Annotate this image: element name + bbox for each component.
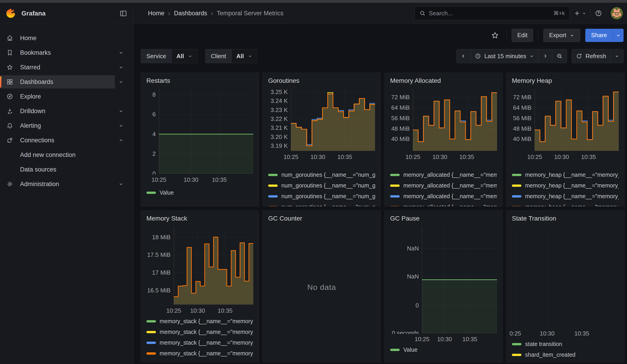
- breadcrumb-dashboards[interactable]: Dashboards: [174, 10, 207, 17]
- legend-item[interactable]: num_goroutines {__name__="num_go: [268, 202, 375, 207]
- legend-item[interactable]: memory_stack {__name__="memory_s: [146, 316, 253, 327]
- user-avatar[interactable]: [611, 7, 623, 19]
- sidebar-item-drilldown[interactable]: Drilldown: [0, 104, 115, 118]
- panel-title[interactable]: GC Pause: [390, 215, 497, 222]
- x-tick-label: 10:30: [554, 154, 569, 160]
- legend-item[interactable]: num_goroutines {__name__="num_go: [268, 180, 375, 191]
- sidebar-item-home[interactable]: Home: [0, 31, 115, 45]
- sidebar-item-add-new-connection[interactable]: Add new connection: [0, 148, 115, 161]
- collapse-sidebar-icon[interactable]: [119, 9, 127, 17]
- y-tick-label: 3.20 K: [271, 133, 288, 140]
- legend-item[interactable]: memory_allocated {__name__="memo: [390, 191, 497, 202]
- chevron-up-icon[interactable]: [118, 137, 124, 143]
- chevron-down-icon[interactable]: [118, 50, 124, 56]
- refresh-button[interactable]: Refresh: [572, 49, 611, 63]
- chart-area[interactable]: 3.25 K3.24 K3.23 K3.22 K3.21 K3.20 K3.19…: [268, 88, 375, 152]
- chevron-down-icon[interactable]: [118, 123, 124, 129]
- no-data-message: No data: [268, 226, 375, 349]
- legend-item[interactable]: memory_allocated {__name__="memo: [390, 180, 497, 191]
- search-input[interactable]: Search... ⌘+k: [415, 6, 570, 20]
- panel-title[interactable]: Memory Stack: [146, 215, 253, 222]
- y-tick-label: 6: [153, 111, 156, 118]
- legend-item[interactable]: memory_stack {__name__="memory_s: [146, 348, 253, 359]
- sidebar-item-bookmarks[interactable]: Bookmarks: [0, 46, 115, 59]
- y-tick-label: NaN: [407, 273, 419, 280]
- legend: memory_stack {__name__="memory_smemory_s…: [146, 316, 253, 359]
- legend-label: shard_item_created: [525, 352, 575, 358]
- legend-item[interactable]: memory_allocated {__name__="memo: [390, 169, 497, 180]
- time-shift-back-button[interactable]: [457, 49, 470, 63]
- sidebar-item-administration[interactable]: Administration: [0, 177, 115, 191]
- export-button[interactable]: Export: [543, 29, 580, 42]
- sidebar-item-alerting[interactable]: Alerting: [0, 119, 115, 132]
- chevron-down-icon[interactable]: [118, 108, 124, 114]
- chevron-down-icon[interactable]: [118, 181, 124, 187]
- client-filter-value[interactable]: All: [232, 49, 257, 63]
- legend-item[interactable]: shard_item_created: [512, 349, 619, 360]
- sidebar-item-data-sources[interactable]: Data sources: [0, 163, 115, 176]
- legend-item[interactable]: memory_heap {__name__="memory_h: [512, 202, 619, 207]
- service-filter-value[interactable]: All: [172, 49, 197, 63]
- chart-area[interactable]: 86420: [146, 88, 253, 174]
- legend: memory_allocated {__name__="memomemory_a…: [390, 169, 497, 207]
- sidebar-item-label: Connections: [20, 137, 54, 144]
- legend-swatch: [390, 185, 400, 187]
- legend-item[interactable]: Value: [146, 187, 253, 198]
- sidebar-item-dashboards[interactable]: Dashboards: [0, 75, 115, 89]
- legend-item[interactable]: memory_allocated {__name__="memo: [390, 202, 497, 207]
- y-tick-label: 40 MiB: [391, 135, 410, 142]
- chart-area[interactable]: 72 MiB64 MiB56 MiB48 MiB40 MiB: [512, 88, 619, 152]
- chart-area[interactable]: 72 MiB64 MiB56 MiB48 MiB40 MiB: [390, 88, 497, 152]
- share-menu-button[interactable]: [613, 29, 624, 42]
- sidebar-item-explore[interactable]: Explore: [0, 90, 115, 103]
- zoom-out-time-button[interactable]: [552, 49, 567, 63]
- add-button[interactable]: [574, 10, 586, 17]
- panel-title[interactable]: Restarts: [146, 77, 253, 85]
- x-axis-labels: 10:2510:3010:35: [146, 305, 253, 314]
- search-placeholder: Search...: [429, 10, 453, 17]
- legend-item[interactable]: memory_stack {__name__="memory_s: [146, 337, 253, 348]
- legend-label: memory_stack {__name__="memory_s: [159, 318, 253, 324]
- panel-title[interactable]: GC Counter: [268, 215, 375, 222]
- help-button[interactable]: [595, 9, 602, 17]
- legend-item[interactable]: Value: [390, 344, 497, 355]
- chevron-down-icon[interactable]: [118, 79, 124, 85]
- legend-item[interactable]: memory_heap {__name__="memory_h: [512, 191, 619, 202]
- x-tick-label: 10:25: [405, 154, 420, 160]
- legend-label: memory_allocated {__name__="memo: [403, 182, 497, 189]
- grafana-logo-icon[interactable]: [6, 9, 15, 18]
- sidebar-item-label: Bookmarks: [20, 49, 51, 56]
- edit-button[interactable]: Edit: [512, 29, 533, 42]
- breadcrumb-home[interactable]: Home: [148, 10, 164, 17]
- panel-title[interactable]: Goroutines: [268, 77, 375, 85]
- chart-area[interactable]: [512, 226, 619, 328]
- panel-title[interactable]: Memory Allocated: [390, 77, 497, 85]
- panel-title[interactable]: Memory Heap: [512, 77, 619, 85]
- legend-swatch: [268, 195, 278, 198]
- x-tick-label: 10:35: [337, 154, 352, 160]
- x-tick-label: 10:25: [151, 176, 166, 183]
- chart-area[interactable]: NaNNaN00 seconds: [390, 226, 497, 334]
- legend-item[interactable]: num_goroutines {__name__="num_go: [268, 169, 375, 180]
- legend-item[interactable]: memory_heap {__name__="memory_h: [512, 169, 619, 180]
- time-range-picker[interactable]: Last 15 minutes: [470, 49, 538, 63]
- sidebar-item-connections[interactable]: Connections: [0, 134, 115, 147]
- gear-icon: [6, 181, 14, 188]
- time-shift-forward-button[interactable]: [538, 49, 552, 63]
- legend-item[interactable]: num_goroutines {__name__="num_go: [268, 191, 375, 202]
- x-axis-labels: 0:2510:3010:35: [512, 328, 619, 337]
- service-filter: Service All: [141, 49, 198, 63]
- legend-item[interactable]: memory_stack {__name__="memory_s: [146, 327, 253, 337]
- sidebar-item-label: Dashboards: [20, 78, 53, 86]
- chevron-down-icon[interactable]: [118, 64, 124, 70]
- chart-area[interactable]: 18 MiB17.5 MiB17 MiB16.5 MiB: [146, 226, 253, 305]
- legend-item[interactable]: state transition: [512, 339, 619, 349]
- panel-title[interactable]: State Transition: [512, 215, 619, 222]
- x-axis-labels: 10:2510:3010:35: [512, 152, 619, 160]
- refresh-interval-button[interactable]: [611, 49, 623, 63]
- sidebar-item-starred[interactable]: Starred: [0, 61, 115, 74]
- legend-item[interactable]: memory_heap {__name__="memory_h: [512, 180, 619, 191]
- star-dashboard-button[interactable]: [489, 31, 501, 40]
- share-button[interactable]: Share: [585, 29, 613, 42]
- sidebar-item-label: Drilldown: [20, 108, 45, 115]
